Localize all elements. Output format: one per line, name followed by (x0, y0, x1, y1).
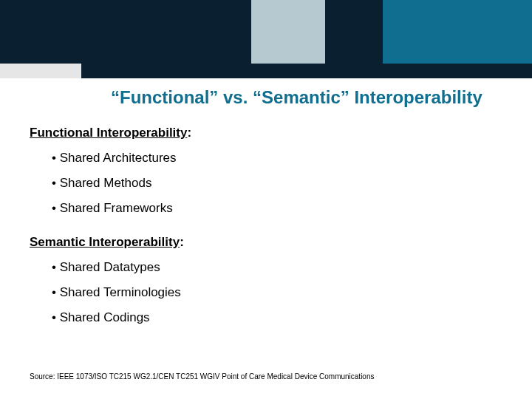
left-gray-bar (0, 64, 81, 78)
slide: “Functional” vs. “Semantic” Interoperabi… (0, 0, 532, 399)
band-segment-1 (0, 0, 251, 64)
source-citation: Source: IEEE 1073/ISO TC215 WG2.1/CEN TC… (30, 372, 375, 381)
title-underbar (81, 64, 532, 78)
band-segment-2 (251, 0, 325, 64)
section-semantic-label: Semantic Interoperability (30, 235, 180, 249)
band-segment-4 (383, 0, 532, 64)
slide-title: “Functional” vs. “Semantic” Interoperabi… (111, 87, 517, 108)
bullet-shared-codings: Shared Codings (52, 310, 150, 325)
bullet-shared-architectures: Shared Architectures (52, 151, 177, 166)
top-band (0, 0, 532, 64)
bullet-shared-datatypes: Shared Datatypes (52, 260, 160, 275)
section-functional-label: Functional Interoperability (30, 126, 187, 140)
bullet-shared-frameworks: Shared Frameworks (52, 201, 173, 216)
band-segment-3 (325, 0, 383, 64)
section-functional-heading: Functional Interoperability: (30, 126, 191, 140)
bullet-shared-terminologies: Shared Terminologies (52, 285, 181, 300)
section-semantic-heading: Semantic Interoperability: (30, 235, 184, 250)
bullet-shared-methods: Shared Methods (52, 176, 151, 191)
